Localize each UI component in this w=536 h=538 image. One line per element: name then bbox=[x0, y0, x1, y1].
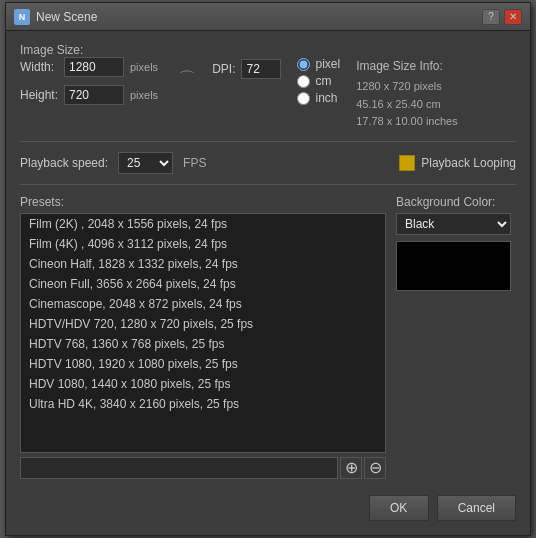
preset-name-input[interactable] bbox=[20, 457, 338, 479]
bg-color-label: Background Color: bbox=[396, 195, 495, 209]
height-label: Height: bbox=[20, 88, 58, 102]
presets-label: Presets: bbox=[20, 195, 386, 209]
presets-list-wrapper: Film (2K) , 2048 x 1556 pixels, 24 fpsFi… bbox=[20, 213, 386, 453]
info-line2: 45.16 x 25.40 cm bbox=[356, 96, 486, 114]
loop-label: Playback Looping bbox=[421, 156, 516, 170]
dpi-label: DPI: bbox=[212, 62, 235, 76]
remove-preset-button[interactable]: ⊖ bbox=[364, 457, 386, 479]
fps-select[interactable]: 25 24 30 50 60 bbox=[118, 152, 173, 174]
top-row: Width: pixels Height: pixels ⌒ DPI: bbox=[20, 57, 516, 131]
image-size-section: Image Size: Width: pixels Height: pixels bbox=[20, 43, 516, 131]
width-unit: pixels bbox=[130, 61, 158, 73]
height-input[interactable] bbox=[64, 85, 124, 105]
width-label: Width: bbox=[20, 60, 58, 74]
color-preview[interactable] bbox=[396, 241, 511, 291]
titlebar-buttons: ? ✕ bbox=[482, 9, 522, 25]
dialog-title: New Scene bbox=[36, 10, 482, 24]
presets-list[interactable]: Film (2K) , 2048 x 1556 pixels, 24 fpsFi… bbox=[20, 213, 386, 453]
radio-pixel[interactable]: pixel bbox=[297, 57, 340, 71]
add-preset-button[interactable]: ⊕ bbox=[340, 457, 362, 479]
playback-loop: Playback Looping bbox=[399, 155, 516, 171]
wh-inputs: Width: pixels Height: pixels bbox=[20, 57, 158, 109]
unit-radio-group: pixel cm inch bbox=[297, 57, 340, 105]
info-line3: 17.78 x 10.00 inches bbox=[356, 113, 486, 131]
dpi-block: DPI: bbox=[212, 59, 281, 79]
info-line1: 1280 x 720 pixels bbox=[356, 78, 486, 96]
preset-item[interactable]: HDTV 768, 1360 x 768 pixels, 25 fps bbox=[21, 334, 385, 354]
image-size-info: Image Size Info: 1280 x 720 pixels 45.16… bbox=[356, 57, 486, 131]
dialog-content: Image Size: Width: pixels Height: pixels bbox=[6, 31, 530, 535]
image-size-label: Image Size: bbox=[20, 43, 83, 57]
preset-item[interactable]: Cineon Full, 3656 x 2664 pixels, 24 fps bbox=[21, 274, 385, 294]
presets-area: Presets: Film (2K) , 2048 x 1556 pixels,… bbox=[20, 195, 516, 479]
fps-unit-label: FPS bbox=[183, 156, 206, 170]
app-icon: N bbox=[14, 9, 30, 25]
divider-1 bbox=[20, 141, 516, 142]
info-title: Image Size Info: bbox=[356, 57, 486, 76]
preset-item[interactable]: HDTV/HDV 720, 1280 x 720 pixels, 25 fps bbox=[21, 314, 385, 334]
preset-item[interactable]: Cineon Half, 1828 x 1332 pixels, 24 fps bbox=[21, 254, 385, 274]
background-color-section: Background Color: Black White Custom bbox=[396, 195, 516, 291]
bottom-buttons: OK Cancel bbox=[20, 489, 516, 525]
preset-item[interactable]: HDV 1080, 1440 x 1080 pixels, 25 fps bbox=[21, 374, 385, 394]
preset-item[interactable]: Film (2K) , 2048 x 1556 pixels, 24 fps bbox=[21, 214, 385, 234]
width-row: Width: pixels bbox=[20, 57, 158, 77]
close-button[interactable]: ✕ bbox=[504, 9, 522, 25]
height-unit: pixels bbox=[130, 89, 158, 101]
playback-row: Playback speed: 25 24 30 50 60 FPS Playb… bbox=[20, 152, 516, 174]
radio-cm[interactable]: cm bbox=[297, 74, 340, 88]
chain-icon: ⌒ bbox=[174, 57, 196, 101]
preset-item[interactable]: Film (4K) , 4096 x 3112 pixels, 24 fps bbox=[21, 234, 385, 254]
cancel-button[interactable]: Cancel bbox=[437, 495, 516, 521]
titlebar: N New Scene ? ✕ bbox=[6, 3, 530, 31]
dialog-window: N New Scene ? ✕ Image Size: Width: pixel… bbox=[5, 2, 531, 536]
radio-inch[interactable]: inch bbox=[297, 91, 340, 105]
preset-item[interactable]: Ultra HD 4K, 3840 x 2160 pixels, 25 fps bbox=[21, 394, 385, 414]
dpi-input[interactable] bbox=[241, 59, 281, 79]
height-row: Height: pixels bbox=[20, 85, 158, 105]
divider-2 bbox=[20, 184, 516, 185]
presets-left: Presets: Film (2K) , 2048 x 1556 pixels,… bbox=[20, 195, 386, 479]
width-input[interactable] bbox=[64, 57, 124, 77]
bg-color-select[interactable]: Black White Custom bbox=[396, 213, 511, 235]
preset-item[interactable]: HDTV 1080, 1920 x 1080 pixels, 25 fps bbox=[21, 354, 385, 374]
playback-label: Playback speed: bbox=[20, 156, 108, 170]
help-button[interactable]: ? bbox=[482, 9, 500, 25]
ok-button[interactable]: OK bbox=[369, 495, 429, 521]
loop-checkbox[interactable] bbox=[399, 155, 415, 171]
presets-bottom: ⊕ ⊖ bbox=[20, 457, 386, 479]
preset-item[interactable]: Cinemascope, 2048 x 872 pixels, 24 fps bbox=[21, 294, 385, 314]
